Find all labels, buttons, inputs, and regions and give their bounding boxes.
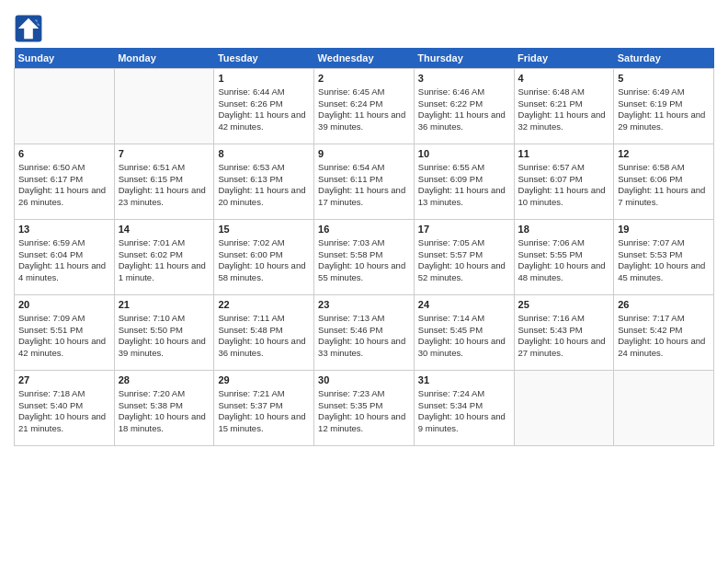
day-info: Sunrise: 7:09 AM — [18, 313, 110, 325]
day-info: Sunrise: 6:49 AM — [618, 86, 710, 98]
day-info: Sunset: 5:46 PM — [318, 325, 410, 337]
day-number: 20 — [18, 298, 110, 312]
day-info: Sunset: 6:19 PM — [618, 98, 710, 110]
day-number: 11 — [518, 147, 610, 161]
day-info: Sunrise: 7:13 AM — [318, 313, 410, 325]
day-number: 1 — [218, 72, 310, 86]
day-info: Sunset: 5:48 PM — [218, 325, 310, 337]
day-info: Daylight: 10 hours and 52 minutes. — [418, 260, 510, 284]
day-info: Sunset: 5:40 PM — [18, 400, 110, 412]
calendar-cell: 26Sunrise: 7:17 AMSunset: 5:42 PMDayligh… — [614, 295, 714, 371]
day-info: Sunset: 5:45 PM — [418, 325, 510, 337]
day-info: Daylight: 10 hours and 27 minutes. — [518, 336, 610, 360]
day-number: 15 — [218, 223, 310, 236]
day-info: Sunset: 5:35 PM — [318, 400, 410, 412]
logo — [14, 14, 47, 43]
day-info: Daylight: 11 hours and 4 minutes. — [18, 260, 110, 284]
day-info: Sunset: 5:55 PM — [518, 249, 610, 261]
day-info: Daylight: 10 hours and 15 minutes. — [218, 411, 310, 435]
calendar-week-2: 6Sunrise: 6:50 AMSunset: 6:17 PMDaylight… — [15, 144, 714, 220]
day-info: Daylight: 10 hours and 42 minutes. — [18, 336, 110, 360]
day-info: Daylight: 10 hours and 18 minutes. — [119, 411, 210, 435]
day-info: Sunrise: 6:57 AM — [518, 162, 610, 174]
calendar-cell: 4Sunrise: 6:48 AMSunset: 6:21 PMDaylight… — [514, 69, 614, 144]
day-number: 29 — [218, 373, 310, 387]
day-info: Sunset: 5:57 PM — [418, 249, 510, 261]
day-number: 6 — [18, 147, 110, 161]
calendar-week-3: 13Sunrise: 6:59 AMSunset: 6:04 PMDayligh… — [15, 220, 714, 295]
calendar-cell: 20Sunrise: 7:09 AMSunset: 5:51 PMDayligh… — [15, 295, 115, 371]
calendar-cell: 17Sunrise: 7:05 AMSunset: 5:57 PMDayligh… — [414, 220, 514, 295]
day-info: Daylight: 11 hours and 13 minutes. — [418, 185, 510, 209]
day-info: Sunset: 6:15 PM — [119, 174, 210, 186]
day-number: 16 — [318, 223, 410, 236]
day-info: Sunrise: 6:54 AM — [318, 162, 410, 174]
day-number: 21 — [119, 298, 210, 312]
day-info: Daylight: 11 hours and 29 minutes. — [618, 109, 710, 133]
calendar-cell: 13Sunrise: 6:59 AMSunset: 6:04 PMDayligh… — [15, 220, 115, 295]
day-info: Sunset: 6:21 PM — [518, 98, 610, 110]
calendar-cell: 15Sunrise: 7:02 AMSunset: 6:00 PMDayligh… — [214, 220, 314, 295]
day-info: Sunrise: 7:18 AM — [18, 388, 110, 400]
day-info: Daylight: 11 hours and 26 minutes. — [18, 185, 110, 209]
calendar-cell: 2Sunrise: 6:45 AMSunset: 6:24 PMDaylight… — [314, 69, 415, 144]
day-info: Daylight: 11 hours and 20 minutes. — [218, 185, 310, 209]
day-info: Daylight: 11 hours and 10 minutes. — [518, 185, 610, 209]
day-number: 22 — [218, 298, 310, 312]
day-info: Daylight: 10 hours and 9 minutes. — [418, 411, 510, 435]
day-info: Sunrise: 7:17 AM — [618, 313, 710, 325]
day-info: Sunset: 5:51 PM — [18, 325, 110, 337]
day-info: Daylight: 11 hours and 42 minutes. — [218, 109, 310, 133]
weekday-header-friday: Friday — [514, 48, 614, 69]
weekday-header-thursday: Thursday — [414, 48, 514, 69]
calendar-week-5: 27Sunrise: 7:18 AMSunset: 5:40 PMDayligh… — [15, 371, 714, 446]
calendar-cell: 21Sunrise: 7:10 AMSunset: 5:50 PMDayligh… — [114, 295, 214, 371]
day-number: 4 — [518, 72, 610, 86]
day-info: Sunrise: 7:03 AM — [318, 237, 410, 249]
calendar-cell: 22Sunrise: 7:11 AMSunset: 5:48 PMDayligh… — [214, 295, 314, 371]
day-info: Daylight: 10 hours and 55 minutes. — [318, 260, 410, 284]
calendar-cell — [514, 371, 614, 446]
day-info: Daylight: 10 hours and 21 minutes. — [18, 411, 110, 435]
day-number: 9 — [318, 147, 410, 161]
day-info: Sunrise: 7:07 AM — [618, 237, 710, 249]
calendar-cell: 16Sunrise: 7:03 AMSunset: 5:58 PMDayligh… — [314, 220, 415, 295]
calendar-cell: 9Sunrise: 6:54 AMSunset: 6:11 PMDaylight… — [314, 144, 415, 220]
weekday-header-saturday: Saturday — [614, 48, 714, 69]
day-info: Sunset: 5:50 PM — [119, 325, 210, 337]
day-info: Sunset: 6:00 PM — [218, 249, 310, 261]
day-number: 12 — [618, 147, 710, 161]
day-number: 19 — [618, 223, 710, 236]
day-info: Daylight: 10 hours and 36 minutes. — [218, 336, 310, 360]
day-info: Sunrise: 7:05 AM — [418, 237, 510, 249]
day-number: 17 — [418, 223, 510, 236]
calendar-cell: 11Sunrise: 6:57 AMSunset: 6:07 PMDayligh… — [514, 144, 614, 220]
calendar-cell: 23Sunrise: 7:13 AMSunset: 5:46 PMDayligh… — [314, 295, 415, 371]
day-info: Sunset: 6:09 PM — [418, 174, 510, 186]
calendar-cell: 14Sunrise: 7:01 AMSunset: 6:02 PMDayligh… — [114, 220, 214, 295]
day-number: 25 — [518, 298, 610, 312]
day-info: Sunset: 5:53 PM — [618, 249, 710, 261]
day-info: Sunset: 6:13 PM — [218, 174, 310, 186]
day-number: 23 — [318, 298, 410, 312]
day-info: Sunset: 6:02 PM — [119, 249, 210, 261]
day-info: Sunrise: 7:24 AM — [418, 388, 510, 400]
day-number: 8 — [218, 147, 310, 161]
calendar-cell: 12Sunrise: 6:58 AMSunset: 6:06 PMDayligh… — [614, 144, 714, 220]
day-info: Sunset: 5:38 PM — [119, 400, 210, 412]
day-info: Daylight: 11 hours and 36 minutes. — [418, 109, 510, 133]
day-info: Sunrise: 7:10 AM — [119, 313, 210, 325]
calendar-cell — [15, 69, 115, 144]
day-number: 5 — [618, 72, 710, 86]
day-info: Sunrise: 7:01 AM — [119, 237, 210, 249]
day-number: 7 — [119, 147, 210, 161]
calendar-cell: 31Sunrise: 7:24 AMSunset: 5:34 PMDayligh… — [414, 371, 514, 446]
day-info: Daylight: 10 hours and 33 minutes. — [318, 336, 410, 360]
day-info: Daylight: 10 hours and 45 minutes. — [618, 260, 710, 284]
day-number: 18 — [518, 223, 610, 236]
calendar-cell: 18Sunrise: 7:06 AMSunset: 5:55 PMDayligh… — [514, 220, 614, 295]
day-info: Daylight: 10 hours and 58 minutes. — [218, 260, 310, 284]
day-info: Sunset: 5:37 PM — [218, 400, 310, 412]
day-info: Daylight: 11 hours and 7 minutes. — [618, 185, 710, 209]
day-info: Sunrise: 6:44 AM — [218, 86, 310, 98]
